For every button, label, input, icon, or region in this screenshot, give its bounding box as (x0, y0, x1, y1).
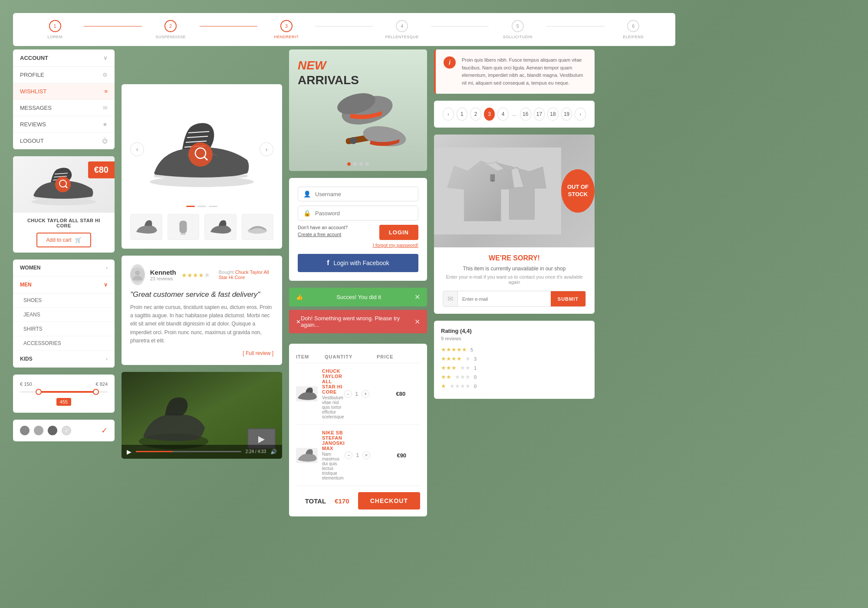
step-line-2 (200, 26, 257, 26)
qty-decrease-2[interactable]: − (345, 451, 352, 459)
nav-shoes[interactable]: SHOES (13, 293, 115, 308)
svg-point-29 (350, 137, 357, 144)
thumb-1[interactable] (130, 214, 162, 240)
step-6[interactable]: 6 ELEIFEND (605, 20, 662, 39)
oos-subtitle: This item is currently unavailable in ou… (443, 266, 586, 272)
username-input[interactable] (315, 191, 413, 197)
page-btn-3[interactable]: 3 (484, 108, 495, 121)
rating-row-4: ★★★★★ 3 (441, 355, 588, 362)
qty-increase-2[interactable]: + (362, 451, 370, 459)
step-3[interactable]: 3 HENDRERIT (257, 20, 315, 39)
nav-shirts[interactable]: SHIRTS (13, 322, 115, 336)
range-thumb-right[interactable] (93, 389, 99, 395)
qty-value-2: 1 (356, 452, 359, 458)
nav-women[interactable]: WOMEN › (13, 260, 115, 276)
checkout-button[interactable]: CHECKOUT (358, 492, 420, 509)
dot-1[interactable] (347, 162, 351, 166)
page-btn-18[interactable]: 18 (547, 108, 559, 121)
swatch-white[interactable] (62, 426, 71, 435)
oos-email-input[interactable] (458, 291, 551, 306)
rating-row-5: ★★★★★ 5 (441, 346, 588, 353)
step-1[interactable]: 1 LOREM (26, 20, 84, 39)
viewer-prev-arrow[interactable]: ‹ (130, 142, 144, 156)
range-thumb-left[interactable] (36, 389, 42, 395)
thumb-2[interactable] (168, 214, 200, 240)
page-btn-1[interactable]: 1 (457, 108, 468, 121)
pagination-prev[interactable]: ‹ (443, 108, 454, 121)
range-track[interactable] (20, 391, 108, 393)
forgot-password-link[interactable]: I forgot my password! (373, 243, 418, 248)
facebook-login-button[interactable]: f Login with Facebook (298, 254, 418, 272)
account-item-reviews[interactable]: REVIEWS ★ (13, 116, 115, 133)
thumb-3[interactable] (204, 214, 237, 240)
swatch-medium[interactable] (34, 426, 43, 435)
page-btn-4[interactable]: 4 (497, 108, 509, 121)
thumb-4[interactable] (242, 214, 274, 240)
account-item-profile[interactable]: PROFILE ⚙ (13, 67, 115, 83)
column-1: ACCOUNT ∨ PROFILE ⚙ WISHLIST ≡ MESSAGES … (13, 49, 115, 595)
dot-2[interactable] (353, 162, 357, 166)
success-text: Succes! You did it (336, 294, 381, 300)
step-label-3: HENDRERIT (274, 35, 299, 39)
full-review-link[interactable]: [ Full review ] (130, 350, 273, 356)
reviewer-reviews: 23 reviews (150, 276, 176, 281)
new-arrivals-banner: NEW ARRIVALS (289, 49, 427, 171)
step-2[interactable]: 2 SUSPENDISSE (142, 20, 200, 39)
dot-3[interactable] (359, 162, 363, 166)
stars-1: ★ (441, 383, 446, 389)
stars-4: ★★★★ (441, 355, 462, 362)
total-price: €170 (335, 497, 349, 505)
add-to-cart-button[interactable]: Add to cart 🛒 (36, 233, 91, 247)
cart-item-1-name: CHUCK TAYLOR ALL STAR HI CORE (322, 368, 344, 394)
step-circle-1: 1 (49, 20, 61, 32)
oos-submit-button[interactable]: SUBMIT (551, 291, 585, 306)
nav-men[interactable]: MEN ∨ (13, 276, 115, 293)
nav-accessories[interactable]: ACCESSORIES (13, 336, 115, 351)
cart-item-1-details: CHUCK TAYLOR ALL STAR HI CORE Vestibulum… (322, 368, 344, 419)
step-4[interactable]: 4 PELLENTESQUE (373, 20, 431, 39)
swatch-dark[interactable] (20, 426, 30, 435)
account-item-logout[interactable]: LOGOUT ⏻ (13, 133, 115, 149)
wishlist-icon: ≡ (104, 88, 108, 95)
out-of-stock-panel: OUT OFSTOCK WE'RE SORRY! This item is cu… (434, 135, 595, 314)
password-field[interactable]: 🔒 (298, 206, 418, 220)
account-item-messages[interactable]: MESSAGES ✉ (13, 100, 115, 116)
cart-item-1-desc: Vestibulum vitae nisl quis tortor effici… (322, 395, 344, 419)
user-icon: 👤 (303, 191, 311, 197)
cart-item-2-price: €90 (397, 452, 427, 459)
play-button[interactable]: ▶ (127, 448, 132, 455)
page-btn-2[interactable]: 2 (470, 108, 481, 121)
nav-kids[interactable]: KIDS › (13, 351, 115, 368)
dot-4[interactable] (365, 162, 369, 166)
password-input[interactable] (315, 210, 413, 217)
error-close-button[interactable]: ✕ (414, 318, 420, 326)
card-body: CHUCK TAYLOR ALL STAR HI CORE Add to car… (13, 213, 115, 253)
account-panel: ACCOUNT ∨ PROFILE ⚙ WISHLIST ≡ MESSAGES … (13, 49, 115, 149)
nav-jeans[interactable]: JEANS (13, 308, 115, 322)
volume-icon[interactable]: 🔊 (270, 449, 277, 455)
page-btn-17[interactable]: 17 (534, 108, 545, 121)
rating-row-2: ★★★★★ 0 (441, 374, 588, 380)
pagination-next[interactable]: › (575, 108, 586, 121)
qty-increase-1[interactable]: + (362, 390, 369, 398)
progress-bar[interactable] (136, 451, 241, 452)
account-item-wishlist[interactable]: WISHLIST ≡ (13, 83, 115, 100)
viewer-next-arrow[interactable]: › (260, 142, 273, 156)
create-account-link[interactable]: Create a free acount (298, 232, 341, 237)
page-btn-16[interactable]: 16 (520, 108, 531, 121)
oos-title: WE'RE SORRY! (443, 254, 586, 262)
pagination-dots: ... (512, 111, 516, 117)
success-close-button[interactable]: ✕ (414, 293, 420, 301)
swatch-light[interactable] (48, 426, 57, 435)
oos-badge-text: OUT OFSTOCK (567, 184, 589, 198)
cart-col-qty: QUANTITY (325, 354, 377, 359)
step-5[interactable]: 5 SOLLICITUDIN (489, 20, 546, 39)
qty-decrease-1[interactable]: − (344, 390, 352, 398)
email-icon: ✉ (443, 291, 458, 306)
login-button[interactable]: LOGIN (379, 225, 418, 240)
video-controls: ▶ 2:24 / 4:33 🔊 (122, 445, 282, 459)
reviewer-details: Kenneth 23 reviews (150, 269, 176, 281)
username-field[interactable]: 👤 (298, 187, 418, 201)
page-btn-19[interactable]: 19 (561, 108, 572, 121)
account-chevron-icon[interactable]: ∨ (103, 55, 108, 61)
